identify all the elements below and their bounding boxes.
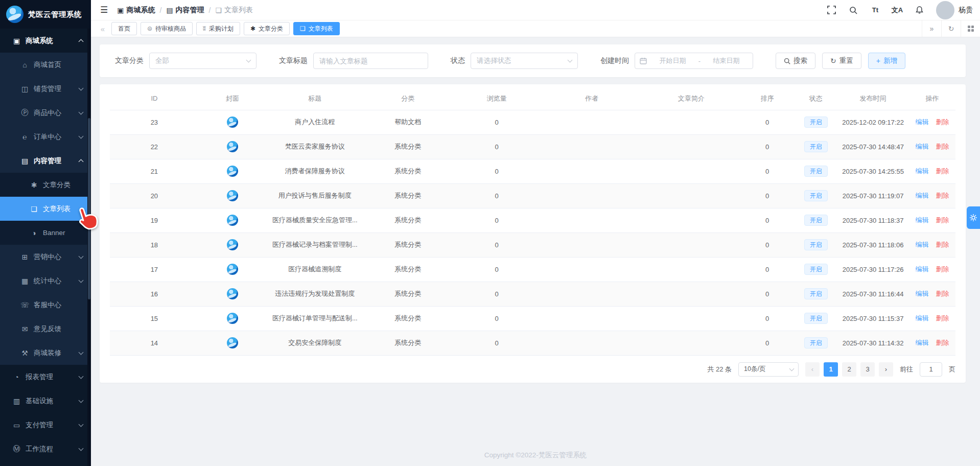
- sidebar-item-payment-management[interactable]: ▭ 支付管理: [0, 413, 91, 437]
- translate-icon[interactable]: 文A: [892, 5, 902, 15]
- cell-published-at: 2025-07-30 11:18:37: [837, 208, 909, 232]
- article-list-icon: ❏: [216, 6, 222, 14]
- prev-page-button[interactable]: ‹: [805, 362, 820, 377]
- sidebar-menu: ▣ 商城系统 ⌂ 商城首页 ◫ 铺货管理 Ⓟ 商品中心: [0, 29, 91, 461]
- tabs-scroll-right-icon[interactable]: »: [922, 20, 941, 37]
- delete-link[interactable]: 删除: [936, 290, 949, 297]
- page-button-1[interactable]: 1: [824, 362, 838, 377]
- sidebar-item-banner[interactable]: ◑ Banner: [0, 221, 91, 245]
- sidebar-scrollbar-thumb[interactable]: [88, 118, 90, 299]
- title-input[interactable]: [313, 53, 428, 69]
- edit-link[interactable]: 编辑: [915, 314, 928, 322]
- sidebar-item-order-center[interactable]: ℮ 订单中心: [0, 125, 91, 149]
- user-menu[interactable]: 杨贵: [936, 1, 973, 19]
- sidebar-scrollbar[interactable]: [87, 29, 91, 466]
- breadcrumb-content-management[interactable]: ▤ 内容管理: [166, 6, 204, 15]
- delete-link[interactable]: 删除: [936, 167, 949, 175]
- cover-image: [227, 166, 238, 177]
- delete-link[interactable]: 删除: [936, 143, 949, 150]
- edit-link[interactable]: 编辑: [915, 118, 928, 126]
- status-badge: 开启: [804, 215, 828, 226]
- table-row: 23 商户入住流程 帮助文档 0 0 开启 2025-12-02 09:17:2…: [110, 110, 955, 134]
- app-logo-icon: [6, 6, 24, 23]
- cell-author: [541, 331, 643, 355]
- sidebar-item-report-management[interactable]: ◔ 报表管理: [0, 365, 91, 389]
- add-button[interactable]: + 新增: [868, 53, 905, 69]
- sidebar-item-product-center[interactable]: Ⓟ 商品中心: [0, 101, 91, 125]
- next-page-button[interactable]: ›: [879, 362, 893, 377]
- sidebar-item-mall-home[interactable]: ⌂ 商城首页: [0, 53, 91, 77]
- sidebar-item-article-list[interactable]: ❏ 文章列表: [0, 197, 91, 221]
- fullscreen-icon[interactable]: [826, 5, 836, 15]
- delete-link[interactable]: 删除: [936, 265, 949, 273]
- sidebar-item-label: Banner: [43, 229, 65, 237]
- tabs-refresh-icon[interactable]: ↻: [941, 20, 961, 37]
- delete-link[interactable]: 删除: [936, 241, 949, 248]
- cell-views: 0: [452, 110, 541, 134]
- delete-link[interactable]: 删除: [936, 339, 949, 346]
- breadcrumb-mall-system[interactable]: ▣ 商城系统: [117, 6, 155, 15]
- tab-purchase-plan[interactable]: ʬ 采购计划: [196, 22, 240, 35]
- status-badge: 开启: [804, 166, 828, 177]
- sidebar-item-content-management[interactable]: ▤ 内容管理: [0, 149, 91, 173]
- date-range-picker[interactable]: 开始日期 - 结束日期: [635, 53, 753, 69]
- sidebar-item-workflow[interactable]: Ⓜ 工作流程: [0, 437, 91, 461]
- edit-link[interactable]: 编辑: [915, 265, 928, 273]
- search-icon[interactable]: [848, 5, 858, 15]
- article-category-icon: ✱: [250, 25, 255, 32]
- delete-link[interactable]: 删除: [936, 118, 949, 126]
- edit-link[interactable]: 编辑: [915, 216, 928, 224]
- chevron-down-icon: [79, 109, 84, 114]
- font-size-icon[interactable]: Tt: [870, 5, 880, 15]
- reset-button[interactable]: ↻ 重置: [822, 53, 861, 69]
- category-select[interactable]: 全部: [149, 53, 256, 69]
- article-category-icon: ✱: [30, 181, 38, 189]
- cell-author: [541, 208, 643, 232]
- sidebar-item-feedback[interactable]: ✉ 意见反馈: [0, 317, 91, 341]
- page-size-select[interactable]: 10条/页: [738, 362, 799, 377]
- edit-link[interactable]: 编辑: [915, 290, 928, 297]
- status-select-placeholder: 请选择状态: [477, 56, 511, 65]
- goto-page-input[interactable]: [920, 362, 942, 377]
- statistics-center-icon: ▦: [20, 277, 29, 285]
- edit-link[interactable]: 编辑: [915, 143, 928, 150]
- sidebar-item-mall-system[interactable]: ▣ 商城系统: [0, 29, 91, 53]
- delete-link[interactable]: 删除: [936, 314, 949, 322]
- tab-label: 文章列表: [309, 25, 333, 33]
- tab-pending-goods[interactable]: ⊜ 待审核商品: [141, 22, 193, 35]
- mall-decoration-icon: ⚒: [20, 349, 29, 357]
- sidebar-item-infrastructure[interactable]: ▥ 基础设施: [0, 389, 91, 413]
- cell-category: 系统分类: [363, 159, 452, 183]
- cover-image: [227, 141, 238, 152]
- delete-link[interactable]: 删除: [936, 192, 949, 199]
- tabs-layout-grid-icon[interactable]: [961, 20, 980, 37]
- sidebar-item-article-category[interactable]: ✱ 文章分类: [0, 173, 91, 197]
- tabs-scroll-left-icon[interactable]: «: [96, 25, 109, 33]
- sidebar-item-marketing-center[interactable]: ⊞ 营销中心: [0, 245, 91, 269]
- status-select[interactable]: 请选择状态: [471, 53, 578, 69]
- sidebar-item-statistics-center[interactable]: ▦ 统计中心: [0, 269, 91, 293]
- chevron-down-icon: [789, 366, 795, 371]
- tab-home[interactable]: 首页: [111, 22, 137, 35]
- col-status: 状态: [795, 87, 837, 110]
- sidebar-item-customer-service[interactable]: ☏ 客服中心: [0, 293, 91, 317]
- page-button-3[interactable]: 3: [860, 362, 875, 377]
- theme-settings-button[interactable]: [967, 206, 980, 229]
- sidebar-item-label: 统计中心: [34, 276, 61, 286]
- tab-article-list[interactable]: ❏ 文章列表: [293, 22, 340, 35]
- cell-author: [541, 306, 643, 331]
- page-button-2[interactable]: 2: [842, 362, 856, 377]
- tab-article-category[interactable]: ✱ 文章分类: [244, 22, 290, 35]
- edit-link[interactable]: 编辑: [915, 192, 928, 199]
- cell-sort: 0: [740, 232, 795, 257]
- delete-link[interactable]: 删除: [936, 216, 949, 224]
- edit-link[interactable]: 编辑: [915, 339, 928, 346]
- search-button[interactable]: 搜索: [776, 53, 815, 69]
- edit-link[interactable]: 编辑: [915, 241, 928, 248]
- notification-bell-icon[interactable]: [914, 5, 924, 15]
- cell-views: 0: [452, 282, 541, 306]
- sidebar-item-mall-decoration[interactable]: ⚒ 商城装修: [0, 341, 91, 365]
- edit-link[interactable]: 编辑: [915, 167, 928, 175]
- sidebar-collapse-icon[interactable]: ☰: [100, 5, 108, 15]
- sidebar-item-stock-management[interactable]: ◫ 铺货管理: [0, 77, 91, 101]
